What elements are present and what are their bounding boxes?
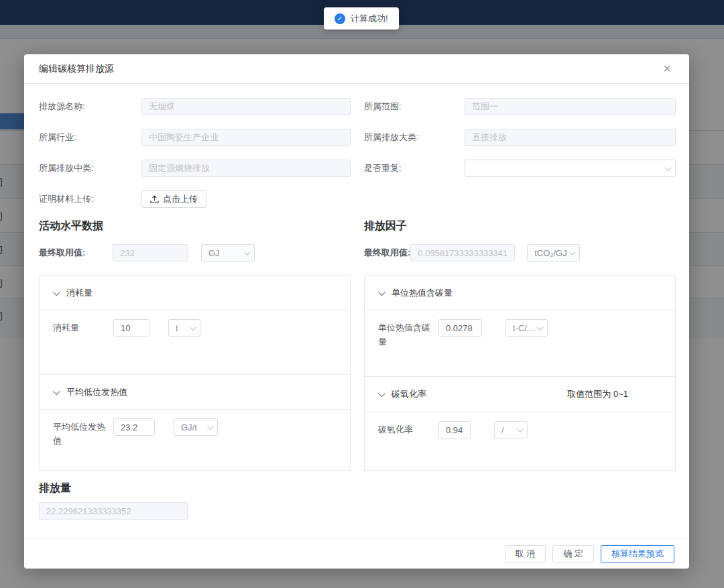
consumption-collapse-header[interactable]: 消耗量 [40,276,350,310]
edit-emission-source-dialog: 编辑碳核算排放源 ✕ 排放源名称: 无烟煤 所属范围: 范围一 所属行业: 中国… [24,54,689,569]
chevron-down-icon [517,426,524,432]
consumption-input[interactable]: 10 [113,319,149,337]
activity-unit-value: GJ [208,248,220,258]
chevron-down-icon [665,164,672,171]
activity-final-input: 232 [113,244,188,261]
scope-label: 所属范围: [364,101,465,113]
is-duplicate-row: 是否重复: [364,160,676,177]
industry-row: 所属行业: 中国陶瓷生产企业 [39,129,351,146]
dialog-body: 排放源名称: 无烟煤 所属范围: 范围一 所属行业: 中国陶瓷生产企业 所属排放… [24,84,689,538]
consumption-unit-value: t [176,323,178,333]
upload-button[interactable]: 点击上传 [141,190,206,208]
industry-label: 所属行业: [39,131,141,143]
check-circle-icon: ✓ [335,13,345,24]
is-duplicate-label: 是否重复: [364,162,465,174]
activity-section: 活动水平数据 最终取用值: 232 GJ 消耗量 消耗量 [39,219,351,520]
activity-final-row: 最终取用值: 232 GJ [39,244,351,261]
dialog-footer: 取 消 确 定 核算结果预览 [24,538,689,569]
toast-message: 计算成功! [351,13,388,25]
factor-section: 排放因子 最终取用值: 0.09581733333333341 tCO₂/GJ … [364,219,676,520]
is-duplicate-select[interactable] [465,160,676,177]
chevron-down-icon [537,324,544,331]
preview-result-button[interactable]: 核算结果预览 [601,545,674,563]
carbon-content-label: 单位热值含碳量 [378,319,438,349]
heat-value-panel-body: 平均低位发热值 23.2 GJ/t [40,410,350,469]
close-icon[interactable]: ✕ [660,62,674,76]
upload-label: 证明材料上传: [39,193,141,205]
chevron-down-icon [244,249,251,255]
emission-amount-input: 22.229621333333352 [39,502,188,520]
chevron-down-icon [53,288,60,295]
factor-unit-select: tCO₂/GJ [527,244,580,261]
major-category-label: 所属排放大类: [364,131,465,143]
consumption-label: 消耗量 [53,319,113,335]
major-category-input: 直接排放 [465,129,676,146]
basic-info-form: 排放源名称: 无烟煤 所属范围: 范围一 所属行业: 中国陶瓷生产企业 所属排放… [39,98,676,208]
data-sections: 活动水平数据 最终取用值: 232 GJ 消耗量 消耗量 [39,219,676,520]
carbon-content-panel-body: 单位热值含碳量 0.0278 t-C/... [365,310,675,377]
oxidation-rate-unit-value: / [501,425,504,435]
factor-final-row: 最终取用值: 0.09581733333333341 tCO₂/GJ [364,244,676,261]
heat-value-collapse-header[interactable]: 平均低位发热值 [40,375,350,410]
dialog-header: 编辑碳核算排放源 ✕ [24,54,689,84]
carbon-content-panel-title: 单位热值含碳量 [391,287,452,299]
factor-section-title: 排放因子 [364,219,676,233]
carbon-content-collapse-header[interactable]: 单位热值含碳量 [365,276,675,310]
source-name-row: 排放源名称: 无烟煤 [39,98,351,115]
cancel-button[interactable]: 取 消 [505,545,546,563]
chevron-down-icon [569,249,576,255]
factor-unit-value: tCO₂/GJ [534,248,566,258]
oxidation-range-note: 取值范围为 0~1 [567,388,628,400]
oxidation-rate-unit-select[interactable]: / [494,421,528,438]
upload-row: 证明材料上传: 点击上传 [39,190,351,208]
chevron-down-icon [53,387,60,394]
activity-final-label: 最终取用值: [39,247,113,259]
chevron-down-icon [378,390,385,397]
factor-final-input: 0.09581733333333341 [410,244,515,261]
heat-value-input[interactable]: 23.2 [113,418,155,436]
oxidation-rate-panel-title: 碳氧化率 [391,388,426,400]
chevron-down-icon [207,423,214,430]
activity-section-title: 活动水平数据 [39,219,351,233]
factor-panel: 单位热值含碳量 单位热值含碳量 0.0278 t-C/... 碳氧化率 取值范围 [364,275,676,471]
consumption-unit-select[interactable]: t [168,319,200,337]
major-category-row: 所属排放大类: 直接排放 [364,129,676,146]
oxidation-rate-collapse-header[interactable]: 碳氧化率 取值范围为 0~1 [365,377,675,412]
confirm-button[interactable]: 确 定 [552,545,594,563]
oxidation-rate-panel-body: 碳氧化率 0.94 / [365,412,675,469]
success-toast: ✓ 计算成功! [324,7,399,30]
middle-category-label: 所属排放中类: [39,162,141,174]
source-name-label: 排放源名称: [39,101,141,113]
industry-input: 中国陶瓷生产企业 [141,129,351,146]
scope-row: 所属范围: 范围一 [364,98,676,115]
consumption-panel-title: 消耗量 [66,287,93,299]
heat-value-unit-select[interactable]: GJ/t [174,418,218,436]
emission-section-title: 排放量 [39,481,351,495]
chevron-down-icon [190,324,196,331]
middle-category-input: 固定源燃烧排放 [141,160,351,177]
chevron-down-icon [378,288,385,295]
consumption-panel-body: 消耗量 10 t [40,310,350,375]
middle-category-row: 所属排放中类: 固定源燃烧排放 [39,160,351,177]
carbon-content-unit-select[interactable]: t-C/... [505,319,548,337]
source-name-input: 无烟煤 [141,98,351,115]
scope-input: 范围一 [465,98,676,115]
upload-button-label: 点击上传 [163,193,198,205]
dialog-title: 编辑碳核算排放源 [39,63,114,75]
heat-value-label: 平均低位发热值 [53,418,113,449]
heat-value-unit-value: GJ/t [181,422,197,432]
heat-value-panel-title: 平均低位发热值 [66,386,127,398]
upload-icon [150,195,159,204]
activity-panel: 消耗量 消耗量 10 t 平均低位发热值 [39,275,351,471]
carbon-content-unit-value: t-C/... [513,323,534,333]
activity-unit-select: GJ [201,244,255,261]
carbon-content-input[interactable]: 0.0278 [438,319,482,337]
oxidation-rate-input[interactable]: 0.94 [438,421,471,438]
factor-final-label: 最终取用值: [364,247,410,259]
oxidation-rate-label: 碳氧化率 [378,421,438,437]
